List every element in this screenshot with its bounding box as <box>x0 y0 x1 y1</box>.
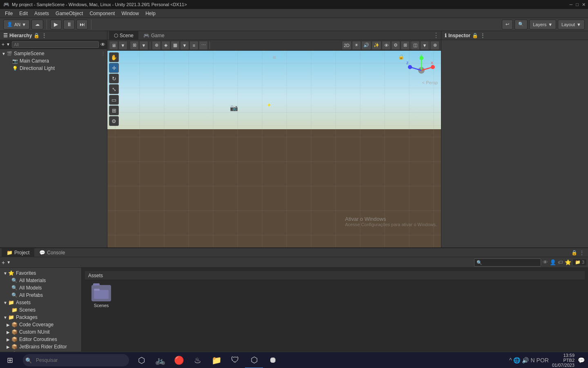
inspector-more-icon[interactable]: ⋮ <box>480 32 486 39</box>
project-dropdown-icon[interactable]: ▼ <box>7 260 11 265</box>
hierarchy-item-directionallight[interactable]: 💡 Directional Light <box>0 65 107 72</box>
hierarchy-search-input[interactable] <box>12 41 99 48</box>
tree-jetbrains[interactable]: ▶ 📦 JetBrains Rider Editor <box>0 343 81 350</box>
file-item-scenes[interactable]: Scenes <box>88 283 114 310</box>
tree-code-coverage[interactable]: ▶ 📦 Code Coverage <box>0 321 81 328</box>
menu-help[interactable]: Help <box>142 10 159 17</box>
move-tool-btn[interactable]: ✛ <box>109 63 119 73</box>
tab-console[interactable]: 💬 Console <box>34 248 70 257</box>
menu-assets[interactable]: Assets <box>31 10 52 17</box>
layout-dropdown[interactable]: Layout ▼ <box>558 20 585 29</box>
scene-camera-object[interactable]: 📷 <box>230 104 238 112</box>
custom-tool-btn[interactable]: ⚙ <box>109 116 119 126</box>
close-btn[interactable]: ✕ <box>582 2 586 7</box>
rect-tool-btn[interactable]: ▭ <box>109 95 119 105</box>
account-button[interactable]: 👤 AN ▼ <box>3 20 30 29</box>
hierarchy-item-maincamera[interactable]: 📷 Main Camera <box>0 57 107 65</box>
network-icon[interactable]: 🌐 <box>513 357 520 364</box>
taskbar-app-record[interactable]: ⏺ <box>264 352 282 368</box>
scene-snap-btn[interactable]: ▦ <box>171 41 180 50</box>
hand-tool-btn[interactable]: ✋ <box>109 52 119 62</box>
step-button[interactable]: ⏭ <box>76 20 88 29</box>
scene-extra-btn[interactable]: ⋯ <box>199 41 208 50</box>
bottom-tag-icon[interactable]: 🏷 <box>558 259 563 265</box>
bottom-search-input[interactable] <box>474 258 541 267</box>
menu-edit[interactable]: Edit <box>16 10 31 17</box>
scene-lighting-btn[interactable]: ☀ <box>352 41 361 50</box>
hierarchy-add-icon[interactable]: + <box>2 42 4 47</box>
taskbar-app-folder[interactable]: 📁 <box>207 352 225 368</box>
hierarchy-item-samplescene[interactable]: ▼ 🎬 SampleScene ⋮ <box>0 50 107 57</box>
scene-transform-dropdown[interactable]: ▼ <box>139 41 148 50</box>
scene-shading-btn[interactable]: ▼ <box>118 41 127 50</box>
undo-history-button[interactable]: ↩ <box>502 20 513 29</box>
caret-up-icon[interactable]: ^ <box>509 357 512 364</box>
bottom-lock-icon[interactable]: 🔒 <box>571 250 577 256</box>
scene-audio-btn[interactable]: 🔊 <box>361 41 371 50</box>
hierarchy-lock-icon[interactable]: 🔒 <box>33 33 40 38</box>
tree-packages[interactable]: ▼ 📁 Packages <box>0 314 81 321</box>
taskbar-app-shield[interactable]: 🛡 <box>226 352 244 368</box>
tab-scene[interactable]: ⬡ Scene <box>109 31 138 40</box>
bottom-star-icon[interactable]: ⭐ <box>565 259 571 265</box>
project-add-icon[interactable]: + <box>2 259 5 266</box>
scene-2d-btn[interactable]: 2D <box>342 41 352 50</box>
scene-menu-icon[interactable]: ≡ <box>272 54 276 61</box>
tree-assets[interactable]: ▼ 📁 Assets <box>0 299 81 306</box>
tree-all-prefabs[interactable]: 🔍 All Prefabs <box>0 292 81 299</box>
hierarchy-dropdown-arrow[interactable]: ▼ <box>6 42 10 47</box>
inspector-lock-icon[interactable]: 🔒 <box>472 33 478 38</box>
start-button[interactable]: ⊞ <box>0 352 20 368</box>
scene-vis-group-btn[interactable]: 👁 <box>382 41 391 50</box>
tree-scenes[interactable]: 📁 Scenes <box>0 306 81 314</box>
maximize-btn[interactable]: □ <box>576 2 579 7</box>
menu-component[interactable]: Component <box>86 10 118 17</box>
tree-all-materials[interactable]: 🔍 All Materials <box>0 277 81 284</box>
tree-all-models[interactable]: 🔍 All Models <box>0 284 81 292</box>
scale-tool-btn[interactable]: ⤡ <box>109 84 119 94</box>
menu-gameobject[interactable]: GameObject <box>52 10 86 17</box>
tree-favorites[interactable]: ▼ ⭐ Favorites <box>0 269 81 277</box>
menu-window[interactable]: Window <box>118 10 142 17</box>
taskbar-clock[interactable]: 13:59 PTB201/07/2023 <box>550 353 576 368</box>
bottom-eye-icon[interactable]: 👁 <box>543 259 548 265</box>
speaker-icon[interactable]: 🔊 <box>522 357 529 364</box>
hierarchy-eye-icon[interactable]: 👁 <box>100 42 105 47</box>
taskbar-app-circle[interactable]: 🔴 <box>170 352 188 368</box>
scene-grid-btn[interactable]: ⊞ <box>401 41 410 50</box>
cloud-button[interactable]: ☁ <box>31 20 43 29</box>
scene-tab-options-icon[interactable]: ⋮ <box>433 31 439 39</box>
pause-button[interactable]: ⏸ <box>63 20 75 29</box>
nvidia-icon[interactable]: N <box>530 357 535 364</box>
tab-project[interactable]: 📁 Project <box>2 248 34 257</box>
menu-file[interactable]: File <box>2 10 16 17</box>
scene-light-object[interactable]: ✦ <box>267 102 272 108</box>
tree-editor-coroutines[interactable]: ▶ 📦 Editor Coroutines <box>0 336 81 343</box>
layers-dropdown[interactable]: Layers ▼ <box>529 20 556 29</box>
taskbar-app-steam[interactable]: ♨ <box>189 352 207 368</box>
hierarchy-item-more-icon[interactable]: ⋮ <box>101 51 105 56</box>
play-button[interactable]: ▶ <box>50 20 62 29</box>
minimize-btn[interactable]: ─ <box>570 2 573 7</box>
transform-tool-btn[interactable]: ⊞ <box>109 105 119 115</box>
taskbar-app-unity[interactable]: ⬡ <box>245 352 263 368</box>
scene-display-btn[interactable]: 🖥 <box>109 41 118 50</box>
taskbar-app-bike[interactable]: 🚲 <box>151 352 169 368</box>
search-button[interactable]: 🔍 <box>514 20 528 29</box>
scene-pivot-btn[interactable]: ◈ <box>161 41 170 50</box>
scene-visibility-btn[interactable]: ≡ <box>189 41 198 50</box>
scene-lock-icon[interactable]: 🔒 <box>398 54 404 60</box>
taskbar-app-task-view[interactable]: ⬡ <box>132 352 150 368</box>
rotate-tool-btn[interactable]: ↻ <box>109 74 119 83</box>
scene-extra2-btn[interactable]: ⊕ <box>430 41 439 50</box>
scene-gizmos-btn[interactable]: ⚙ <box>391 41 400 50</box>
scene-render-dropdown[interactable]: ▼ <box>420 41 429 50</box>
notification-icon[interactable]: 💬 <box>578 357 585 364</box>
scene-global-btn[interactable]: ⊕ <box>152 41 161 50</box>
persp-label[interactable]: < Persp <box>422 80 438 85</box>
scene-snap-dropdown[interactable]: ▼ <box>180 41 189 50</box>
scene-transform-btn[interactable]: ⊞ <box>130 41 139 50</box>
bottom-person-icon[interactable]: 👤 <box>550 259 556 265</box>
tab-game[interactable]: 🎮 Game <box>138 31 169 40</box>
scene-gizmo[interactable]: X Y Z < Persp <box>405 54 438 87</box>
